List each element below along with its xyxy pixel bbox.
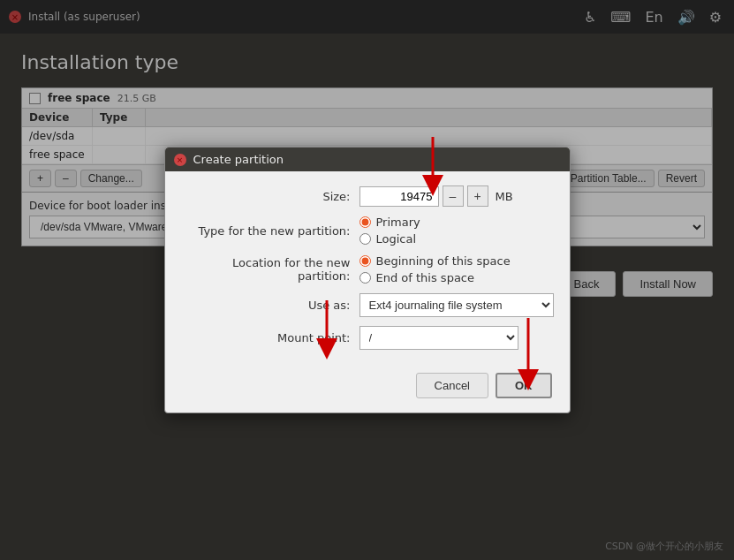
size-minus-button[interactable]: – [443,185,464,207]
create-partition-dialog: × Create partition Size: – + MB Type [164,147,571,413]
location-beginning-option[interactable]: Beginning of this space [359,254,552,268]
type-logical-option[interactable]: Logical [359,232,552,246]
size-plus-button[interactable]: + [467,185,488,207]
location-beginning-radio[interactable] [359,255,371,267]
modal-overlay: × Create partition Size: – + MB Type [0,0,734,560]
type-label: Type for the new partition: [183,224,359,238]
location-end-radio[interactable] [359,272,371,284]
size-input[interactable] [359,186,439,207]
mount-point-control: / /boot /home /tmp /usr /var [359,326,552,350]
use-as-select[interactable]: Ext4 journaling file system Ext3 journal… [359,293,554,317]
type-row: Type for the new partition: Primary Logi… [183,216,552,246]
type-primary-option[interactable]: Primary [359,216,552,229]
type-primary-radio[interactable] [359,216,371,228]
location-control: Beginning of this space End of this spac… [359,254,552,284]
cancel-button[interactable]: Cancel [416,373,488,398]
mount-point-select[interactable]: / /boot /home /tmp /usr /var [359,326,518,350]
dialog-close-button[interactable]: × [174,154,186,166]
use-as-label: Use as: [183,299,359,312]
use-as-row: Use as: Ext4 journaling file system Ext3… [183,293,552,317]
dialog-buttons: Cancel OK [165,373,570,412]
location-end-option[interactable]: End of this space [359,271,552,284]
size-input-group: – + MB [359,185,552,207]
size-control: – + MB [359,185,552,207]
use-as-control: Ext4 journaling file system Ext3 journal… [359,293,554,317]
mount-point-row: Mount point: / /boot /home /tmp /usr /va… [183,326,552,350]
mount-point-label: Mount point: [183,331,359,344]
size-unit: MB [496,190,513,203]
dialog-body: Size: – + MB Type for the new partition: [165,171,570,373]
type-logical-label: Logical [376,232,417,246]
ok-button[interactable]: OK [496,373,552,398]
location-beginning-label: Beginning of this space [376,254,511,268]
location-end-label: End of this space [376,271,475,284]
dialog-titlebar: × Create partition [165,148,570,171]
size-label: Size: [183,190,359,203]
type-primary-label: Primary [376,216,420,229]
dialog-title: Create partition [193,153,284,166]
location-label: Location for the new partition: [183,256,359,283]
location-row: Location for the new partition: Beginnin… [183,254,552,284]
size-row: Size: – + MB [183,185,552,207]
type-control: Primary Logical [359,216,552,246]
type-logical-radio[interactable] [359,233,371,245]
